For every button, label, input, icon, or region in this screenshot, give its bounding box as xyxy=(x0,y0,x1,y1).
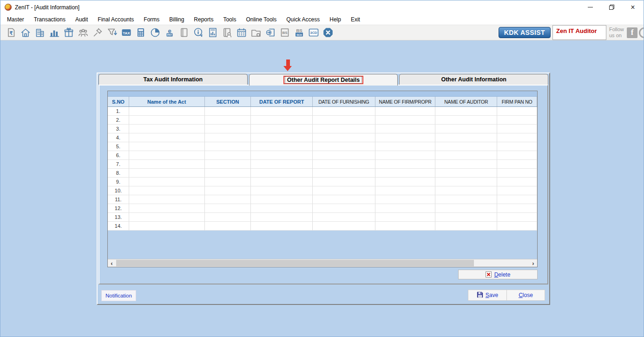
grid-cell-firm-pan-no[interactable] xyxy=(497,204,537,213)
grid-cell-date-of-furnishing[interactable] xyxy=(313,195,375,204)
grid-cell-name-of-the-act[interactable] xyxy=(129,222,205,231)
scroll-left-button[interactable]: ‹ xyxy=(108,259,116,267)
grid-cell-name-of-the-act[interactable] xyxy=(129,195,205,204)
scrollbar-thumb[interactable] xyxy=(116,260,474,266)
scroll-right-button[interactable]: › xyxy=(529,259,537,267)
grid-cell-date-of-report[interactable] xyxy=(251,116,313,125)
menu-item-billing[interactable]: Billing xyxy=(169,16,184,23)
tab-other-audit-report-details[interactable]: Other Audit Report Details xyxy=(249,74,398,86)
grid-cell-name-of-firm-propr[interactable] xyxy=(375,151,436,160)
grid-cell-section[interactable] xyxy=(205,125,251,133)
restore-button[interactable] xyxy=(601,0,622,14)
grid-cell-name-of-the-act[interactable] xyxy=(129,178,205,186)
grid-cell-name-of-the-act[interactable] xyxy=(129,169,205,178)
grid-cell-date-of-report[interactable] xyxy=(251,178,313,186)
grid-cell-name-of-auditor[interactable] xyxy=(435,222,497,231)
grid-cell-name-of-firm-propr[interactable] xyxy=(375,204,436,213)
grid-cell-name-of-firm-propr[interactable] xyxy=(375,107,436,116)
grid-cell-firm-pan-no[interactable] xyxy=(497,133,537,142)
save-button[interactable]: Save xyxy=(468,290,506,300)
menu-item-final-accounts[interactable]: Final Accounts xyxy=(98,16,134,23)
grid-cell-date-of-report[interactable] xyxy=(251,160,313,169)
grid-cell-name-of-auditor[interactable] xyxy=(435,151,497,160)
grid-cell-date-of-furnishing[interactable] xyxy=(313,178,375,186)
gift-icon[interactable] xyxy=(62,26,75,40)
grid-cell-date-of-furnishing[interactable] xyxy=(313,186,375,195)
row-number-cell[interactable]: 2. xyxy=(108,116,129,125)
grid-cell-firm-pan-no[interactable] xyxy=(497,222,537,231)
grid-cell-date-of-report[interactable] xyxy=(251,169,313,178)
menu-item-help[interactable]: Help xyxy=(329,16,341,23)
grid-cell-name-of-the-act[interactable] xyxy=(129,160,205,169)
google-plus-icon[interactable] xyxy=(639,27,644,38)
reports-chart-icon[interactable] xyxy=(47,26,61,40)
form-3cd-icon[interactable]: 3CD xyxy=(307,26,320,40)
grid-cell-name-of-firm-propr[interactable] xyxy=(375,160,436,169)
delete-button[interactable]: Delete xyxy=(458,270,538,279)
row-number-cell[interactable]: 14. xyxy=(108,222,129,231)
grid-cell-firm-pan-no[interactable] xyxy=(497,151,537,160)
notebook-icon[interactable] xyxy=(177,26,191,40)
grid-cell-date-of-furnishing[interactable] xyxy=(313,213,375,222)
grid-cell-name-of-auditor[interactable] xyxy=(435,133,497,142)
row-number-cell[interactable]: 10. xyxy=(108,186,129,195)
grid-cell-section[interactable] xyxy=(205,186,251,195)
grid-cell-name-of-auditor[interactable] xyxy=(435,195,497,204)
grid-cell-name-of-the-act[interactable] xyxy=(129,151,205,160)
grid-cell-date-of-report[interactable] xyxy=(251,142,313,151)
menu-item-audit[interactable]: Audit xyxy=(75,16,88,23)
tax-icon[interactable]: TAX xyxy=(119,26,133,40)
grid-cell-date-of-report[interactable] xyxy=(251,133,313,142)
epay-icon[interactable]: ePAY xyxy=(163,26,176,40)
row-number-cell[interactable]: 3. xyxy=(108,125,129,133)
tab-tax-audit-information[interactable]: Tax Audit Information xyxy=(99,74,248,85)
grid-cell-date-of-furnishing[interactable] xyxy=(313,116,375,125)
grid-cell-name-of-the-act[interactable] xyxy=(129,125,205,133)
row-number-cell[interactable]: 8. xyxy=(108,169,129,178)
grid-cell-name-of-auditor[interactable] xyxy=(435,107,497,116)
grid-cell-section[interactable] xyxy=(205,169,251,178)
grid-cell-name-of-firm-propr[interactable] xyxy=(375,169,436,178)
grid-cell-firm-pan-no[interactable] xyxy=(497,186,537,195)
ledger-icon[interactable] xyxy=(220,26,234,40)
grid-cell-firm-pan-no[interactable] xyxy=(497,213,537,222)
clients-group-icon[interactable] xyxy=(76,26,90,40)
menu-item-online-tools[interactable]: Online Tools xyxy=(246,16,276,23)
grid-cell-name-of-the-act[interactable] xyxy=(129,186,205,195)
grid-cell-name-of-the-act[interactable] xyxy=(129,213,205,222)
grid-cell-date-of-furnishing[interactable] xyxy=(313,160,375,169)
grid-cell-firm-pan-no[interactable] xyxy=(497,107,537,116)
row-number-cell[interactable]: 6. xyxy=(108,151,129,160)
grid-cell-name-of-the-act[interactable] xyxy=(129,116,205,125)
grid-cell-name-of-the-act[interactable] xyxy=(129,133,205,142)
grid-cell-date-of-report[interactable] xyxy=(251,125,313,133)
minimize-button[interactable] xyxy=(579,0,601,14)
grid-cell-date-of-report[interactable] xyxy=(251,151,313,160)
menu-item-transactions[interactable]: Transactions xyxy=(34,16,66,23)
grid-cell-date-of-furnishing[interactable] xyxy=(313,125,375,133)
notification-button[interactable]: Notification xyxy=(101,290,136,301)
kdk-assist-button[interactable]: KDK ASSIST xyxy=(499,27,551,38)
row-number-cell[interactable]: 4. xyxy=(108,133,129,142)
grid-cell-date-of-report[interactable] xyxy=(251,195,313,204)
grid-cell-date-of-furnishing[interactable] xyxy=(313,142,375,151)
grid-cell-section[interactable] xyxy=(205,116,251,125)
grid-cell-firm-pan-no[interactable] xyxy=(497,169,537,178)
menu-item-forms[interactable]: Forms xyxy=(144,16,159,23)
grid-cell-name-of-the-act[interactable] xyxy=(129,142,205,151)
grid-cell-name-of-auditor[interactable] xyxy=(435,142,497,151)
grid-cell-name-of-firm-propr[interactable] xyxy=(375,213,436,222)
row-number-cell[interactable]: 13. xyxy=(108,213,129,222)
grid-cell-name-of-firm-propr[interactable] xyxy=(375,116,436,125)
grid-cell-date-of-furnishing[interactable] xyxy=(313,107,375,116)
grid-cell-section[interactable] xyxy=(205,204,251,213)
company-icon[interactable] xyxy=(33,26,46,40)
grid-cell-section[interactable] xyxy=(205,213,251,222)
grid-cell-date-of-report[interactable] xyxy=(251,186,313,195)
grid-cell-date-of-furnishing[interactable] xyxy=(313,169,375,178)
calendar-icon[interactable] xyxy=(235,26,248,40)
grid-cell-name-of-auditor[interactable] xyxy=(435,160,497,169)
tab-other-audit-information[interactable]: Other Audit Information xyxy=(399,74,548,85)
close-button[interactable]: Close xyxy=(506,290,545,300)
pin-icon[interactable] xyxy=(91,26,104,40)
